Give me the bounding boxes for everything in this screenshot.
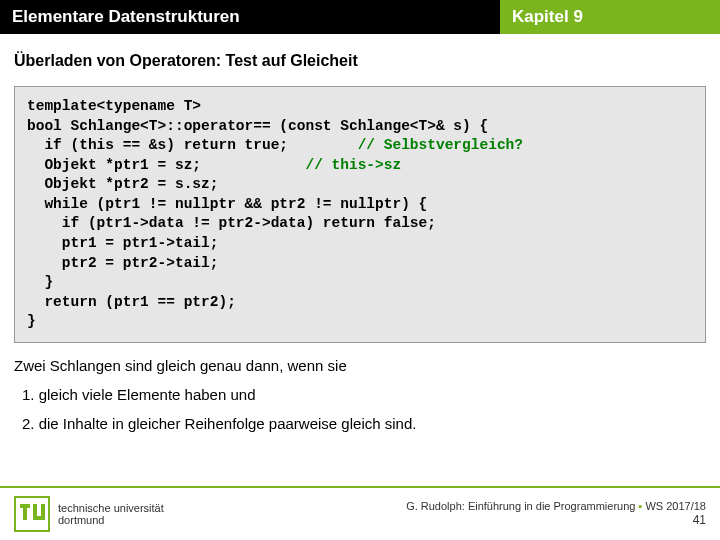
university-name: technische universität dortmund (58, 502, 164, 526)
code-line: Objekt *ptr1 = sz; (27, 157, 305, 173)
header-title-right: Kapitel 9 (500, 0, 720, 34)
paragraph: Zwei Schlangen sind gleich genau dann, w… (14, 357, 706, 374)
slide-content: Überladen von Operatoren: Test auf Gleic… (0, 34, 720, 432)
code-line: } (27, 274, 53, 290)
page-number: 41 (406, 513, 706, 529)
term-label: WS 2017/18 (645, 500, 706, 512)
footer: technische universität dortmund G. Rudol… (0, 488, 720, 540)
author-credit: G. Rudolph: Einführung in die Programmie… (406, 500, 635, 512)
code-line: return (ptr1 == ptr2); (27, 294, 236, 310)
svg-rect-3 (33, 504, 37, 518)
list-item: 1. gleich viele Elemente haben und (14, 386, 706, 403)
header-title-left: Elementare Datenstrukturen (0, 0, 500, 34)
code-line: if (ptr1->data != ptr2->data) return fal… (27, 215, 436, 231)
code-line: bool Schlange<T>::operator== (const Schl… (27, 118, 488, 134)
uni-line2: dortmund (58, 514, 164, 526)
list-item: 2. die Inhalte in gleicher Reihenfolge p… (14, 415, 706, 432)
code-comment: // Selbstvergleich? (358, 137, 523, 153)
svg-rect-2 (23, 504, 27, 520)
uni-line1: technische universität (58, 502, 164, 514)
code-line: ptr2 = ptr2->tail; (27, 255, 218, 271)
code-line: } (27, 313, 36, 329)
university-logo: technische universität dortmund (14, 496, 164, 532)
header-bar: Elementare Datenstrukturen Kapitel 9 (0, 0, 720, 34)
subtitle: Überladen von Operatoren: Test auf Gleic… (14, 52, 706, 70)
credit-block: G. Rudolph: Einführung in die Programmie… (406, 499, 706, 529)
tu-logo-icon (14, 496, 50, 532)
svg-rect-4 (41, 504, 45, 518)
code-line: if (this == &s) return true; (27, 137, 358, 153)
code-block: template<typename T> bool Schlange<T>::o… (14, 86, 706, 343)
code-line: ptr1 = ptr1->tail; (27, 235, 218, 251)
code-line: Objekt *ptr2 = s.sz; (27, 176, 218, 192)
code-line: template<typename T> (27, 98, 201, 114)
code-comment: // this->sz (305, 157, 401, 173)
svg-rect-5 (33, 516, 45, 520)
code-line: while (ptr1 != nullptr && ptr2 != nullpt… (27, 196, 427, 212)
separator-icon: ▪ (638, 500, 642, 512)
